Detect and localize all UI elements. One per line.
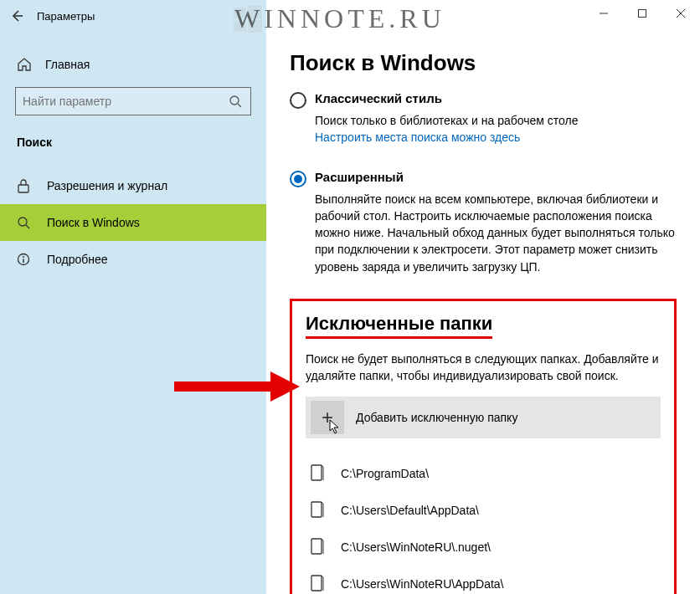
close-button[interactable] <box>661 0 700 27</box>
excluded-folder-item[interactable]: C:\ProgramData\ <box>306 455 661 492</box>
folder-icon <box>311 575 326 593</box>
svg-rect-18 <box>311 539 322 554</box>
info-icon <box>17 253 33 266</box>
nav-search-windows[interactable]: Поиск в Windows <box>0 204 266 241</box>
svg-point-14 <box>23 256 24 258</box>
search-box[interactable] <box>15 87 251 115</box>
search-icon <box>227 95 244 108</box>
svg-point-11 <box>18 218 27 226</box>
minimize-button[interactable] <box>584 0 623 27</box>
lock-icon <box>17 178 33 193</box>
excluded-folder-item[interactable]: C:\Users\WinNoteRU\AppData\ <box>306 566 661 594</box>
radio-enhanced-desc: Выполняйте поиск на всем компьютере, вкл… <box>315 191 677 275</box>
sidebar: Главная Поиск Разрешения и журнал Поиск … <box>0 32 266 594</box>
svg-rect-2 <box>234 21 246 32</box>
search-input[interactable] <box>23 95 227 108</box>
svg-line-12 <box>26 225 29 228</box>
cursor-icon <box>329 419 342 434</box>
nav-permissions[interactable]: Разрешения и журнал <box>0 167 266 204</box>
watermark-text: WINNOTE.RU <box>234 3 445 34</box>
radio-classic[interactable]: Классический стиль <box>290 91 677 109</box>
folder-icon <box>311 538 326 556</box>
search-icon <box>17 216 33 229</box>
nav-home[interactable]: Главная <box>0 52 266 87</box>
excluded-folder-item[interactable]: C:\Users\Default\AppData\ <box>306 492 661 529</box>
excluded-desc: Поиск не будет выполняться в следующих п… <box>306 351 661 385</box>
excluded-folder-path: C:\Users\Default\AppData\ <box>341 504 479 517</box>
radio-icon <box>290 92 306 109</box>
radio-classic-desc: Поиск только в библиотеках и на рабочем … <box>315 114 578 127</box>
classic-configure-link[interactable]: Настроить места поиска можно здесь <box>315 131 520 144</box>
nav-permissions-label: Разрешения и журнал <box>47 179 167 192</box>
radio-enhanced[interactable]: Расширенный <box>290 170 677 187</box>
svg-rect-3 <box>248 20 262 33</box>
watermark-logo <box>233 5 263 35</box>
svg-rect-16 <box>311 465 322 480</box>
radio-enhanced-label: Расширенный <box>315 170 404 184</box>
nav-home-label: Главная <box>45 58 90 71</box>
excluded-folders-section: Исключенные папки Поиск не будет выполня… <box>290 299 677 594</box>
window-title: Параметры <box>37 10 95 23</box>
excluded-folder-path: C:\ProgramData\ <box>341 467 429 480</box>
svg-rect-19 <box>311 576 322 591</box>
svg-rect-5 <box>639 10 646 18</box>
excluded-folder-path: C:\Users\WinNoteRU\.nuget\ <box>341 540 491 554</box>
folder-icon <box>311 501 326 520</box>
maximize-button[interactable] <box>623 0 661 27</box>
nav-more-label: Подробнее <box>47 253 108 266</box>
nav-search-windows-label: Поиск в Windows <box>47 216 140 229</box>
sidebar-section-label: Поиск <box>0 132 266 167</box>
svg-point-8 <box>230 96 239 105</box>
svg-rect-17 <box>311 502 322 517</box>
back-button[interactable] <box>0 0 33 32</box>
svg-rect-0 <box>234 8 246 18</box>
svg-line-9 <box>238 104 241 107</box>
folder-icon <box>311 464 326 483</box>
radio-icon <box>290 171 306 187</box>
radio-classic-label: Классический стиль <box>315 91 442 105</box>
excluded-folder-item[interactable]: C:\Users\WinNoteRU\.nuget\ <box>306 529 661 566</box>
content-area: Поиск в Windows Классический стиль Поиск… <box>266 32 700 594</box>
home-icon <box>17 57 33 72</box>
nav-more[interactable]: Подробнее <box>0 241 266 278</box>
excluded-folder-path: C:\Users\WinNoteRU\AppData\ <box>341 577 504 591</box>
excluded-title: Исключенные папки <box>306 313 492 339</box>
add-excluded-folder-label: Добавить исключенную папку <box>356 411 517 424</box>
svg-rect-1 <box>248 6 262 18</box>
add-excluded-folder-button[interactable]: + Добавить исключенную папку <box>306 397 661 438</box>
svg-rect-10 <box>18 185 28 192</box>
page-title: Поиск в Windows <box>290 50 677 76</box>
plus-icon: + <box>311 401 344 434</box>
